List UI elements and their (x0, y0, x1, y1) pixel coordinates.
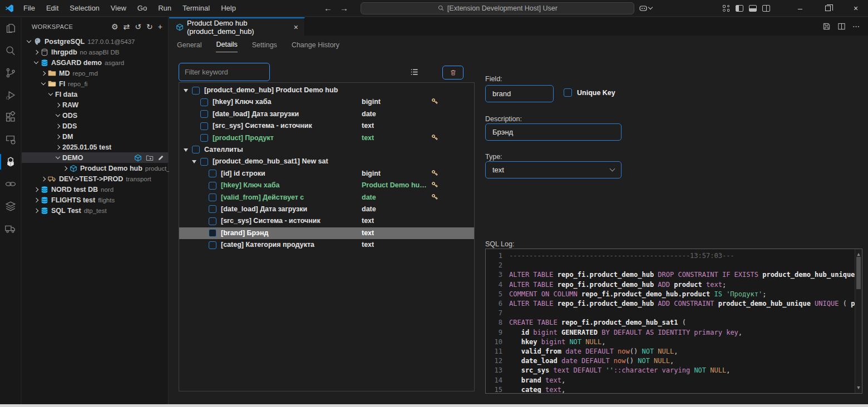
row-checkbox[interactable] (200, 134, 208, 142)
toggle-secondary-sidebar-icon[interactable] (762, 5, 770, 12)
command-center-search[interactable]: [Extension Development Host] User (361, 2, 634, 14)
tree-item-md[interactable]: MDrepo_md (22, 68, 168, 78)
row-checkbox[interactable] (200, 98, 208, 106)
field-group-row[interactable]: [product_demo_hub] Product Demo hub (179, 85, 474, 96)
tree-item-2025-01-05-test[interactable]: 2025.01.05 test (22, 142, 168, 152)
tab-settings[interactable]: Settings (252, 38, 277, 52)
field-row[interactable]: [hkey] Ключ хабаbigint (179, 96, 474, 108)
close-button[interactable]: × (844, 0, 868, 16)
activity-run-debug[interactable] (0, 84, 21, 106)
tree-item-dev-test-prod[interactable]: DEV->TEST->PRODtransport (22, 173, 168, 184)
activity-layers[interactable] (0, 195, 21, 217)
row-checkbox[interactable] (209, 217, 216, 225)
field-row[interactable]: [date_load] Дата загрузкиdate (179, 204, 474, 215)
new-folder-icon[interactable] (146, 154, 154, 162)
field-row[interactable]: [hkey] Ключ хабаProduct Demo hub [repo_f… (179, 180, 474, 191)
history-icon[interactable]: ↺ (135, 22, 141, 31)
tree-item-product-demo-hub[interactable]: Product Demo hubproduct_demo_h... (22, 163, 168, 173)
nav-back-icon[interactable]: ← (324, 3, 332, 13)
menu-edit[interactable]: Edit (42, 2, 63, 14)
tree-item-fi-data[interactable]: FI data (22, 89, 168, 100)
row-checkbox[interactable] (209, 205, 216, 213)
pencil-icon[interactable] (157, 154, 165, 161)
tree-item-nord-test-db[interactable]: NORD test DBnord (22, 184, 168, 195)
expand-arrow-icon[interactable] (184, 148, 188, 152)
tree-item-fi[interactable]: FIrepo_fi (22, 78, 168, 89)
menu-selection[interactable]: Selection (65, 2, 103, 14)
row-checkbox[interactable] (192, 87, 200, 95)
settings-gear-icon[interactable]: ⚙ (111, 22, 119, 31)
tree-item-dm[interactable]: DM (22, 131, 168, 142)
row-checkbox[interactable] (209, 241, 216, 249)
menu-go[interactable]: Go (133, 2, 151, 14)
row-checkbox[interactable] (209, 229, 216, 237)
refresh-icon[interactable]: ↻ (146, 22, 153, 31)
field-row[interactable]: [brand] Брэндtext (179, 227, 474, 239)
activity-remote-explorer[interactable] (0, 128, 21, 151)
field-row[interactable]: [categ] Категория продуктаtext (179, 239, 474, 251)
tree-item-postgresql[interactable]: PostgreSQL127.0.0.1@5437 (22, 36, 168, 47)
copilot-menu[interactable] (639, 4, 652, 13)
scroll-thumb[interactable] (856, 257, 861, 289)
field-row[interactable]: [date_load] Дата загрузкиdate (179, 108, 474, 120)
row-checkbox[interactable] (200, 158, 208, 166)
scroll-down-icon[interactable]: ▼ (855, 383, 862, 393)
customize-layout-icon[interactable] (723, 5, 730, 12)
save-layout-icon[interactable] (822, 22, 831, 31)
filter-keyword-input[interactable] (179, 63, 270, 81)
tree-item-ods[interactable]: ODS (22, 110, 168, 121)
toggle-panel-icon[interactable] (749, 5, 757, 12)
menu-file[interactable]: File (19, 2, 40, 14)
row-checkbox[interactable] (209, 193, 216, 201)
toggle-sidebar-icon[interactable] (736, 5, 743, 12)
activity-explorer[interactable] (0, 17, 21, 39)
editor-tab[interactable]: Product Demo hub (product_demo_hub) × (169, 17, 305, 36)
restore-button[interactable] (816, 0, 840, 16)
tree-item-flights-test[interactable]: FLIGHTS testflights (22, 195, 168, 205)
row-checkbox[interactable] (209, 170, 216, 177)
activity-search[interactable] (0, 39, 21, 62)
menu-terminal[interactable]: Terminal (178, 2, 214, 14)
tab-general[interactable]: General (177, 38, 201, 52)
field-name-input[interactable] (485, 85, 554, 102)
field-row[interactable]: [valid_from] Действует сdate (179, 192, 474, 204)
tree-item-asgard-demo[interactable]: ASGARD demoasgard (22, 57, 168, 68)
activity-database-modeler[interactable] (0, 151, 21, 173)
add-icon[interactable]: + (158, 22, 162, 31)
field-row[interactable]: [src_sys] Система - источникtext (179, 120, 474, 132)
activity-extensions[interactable] (0, 106, 21, 128)
sql-scrollbar[interactable]: ▲ ▼ (855, 249, 862, 393)
delete-field-button[interactable] (442, 66, 463, 80)
tree-item-demo[interactable]: DEMO (22, 152, 168, 163)
minimize-button[interactable]: – (788, 0, 812, 16)
expand-arrow-icon[interactable] (184, 89, 188, 92)
split-editor-icon[interactable] (837, 22, 846, 31)
tree-item-raw[interactable]: RAW (22, 100, 168, 110)
menu-view[interactable]: View (106, 2, 131, 14)
field-group-row[interactable]: [product_demo_hub_sat1] New sat (179, 156, 474, 167)
row-checkbox[interactable] (209, 182, 216, 190)
cube-icon[interactable] (134, 154, 142, 162)
type-select[interactable]: text (485, 161, 622, 178)
field-group-row[interactable]: Сателлиты (179, 144, 474, 156)
tab-details[interactable]: Details (216, 37, 237, 52)
menu-run[interactable]: Run (154, 2, 176, 14)
unique-key-checkbox[interactable] (564, 88, 572, 97)
row-checkbox[interactable] (192, 146, 200, 153)
tree-item-sql-test[interactable]: SQL Testdtp_test (22, 205, 168, 216)
field-row[interactable]: [product] Продуктtext (179, 132, 474, 144)
field-row[interactable]: [id] id строкиbigint (179, 168, 474, 180)
tab-close-icon[interactable]: × (292, 23, 300, 32)
list-view-icon[interactable] (407, 66, 421, 78)
expand-arrow-icon[interactable] (192, 160, 196, 163)
activity-transport[interactable] (0, 217, 21, 240)
field-row[interactable]: [src_sys] Система - источникtext (179, 215, 474, 227)
row-checkbox[interactable] (200, 122, 208, 130)
row-checkbox[interactable] (200, 110, 208, 118)
activity-links[interactable] (0, 173, 21, 195)
menu-help[interactable]: Help (216, 2, 240, 14)
activity-source-control[interactable] (0, 62, 21, 84)
sync-icon[interactable]: ⇄ (124, 22, 130, 31)
tab-change-history[interactable]: Change History (292, 38, 339, 52)
tree-item-dds[interactable]: DDS (22, 121, 168, 131)
